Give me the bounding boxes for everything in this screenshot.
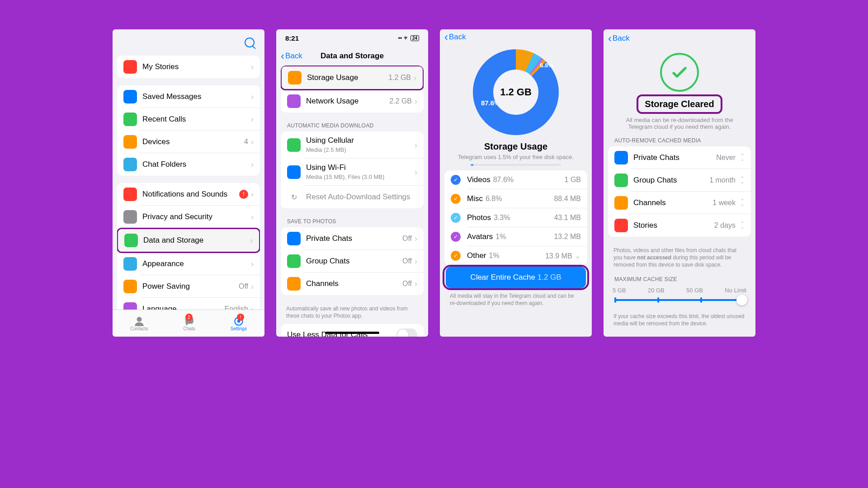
row-label: Appearance [142, 259, 251, 268]
row-size: 13.9 MB ⌄ [545, 251, 581, 261]
tab-contacts[interactable]: Contacts [130, 315, 148, 331]
row-label: Network Usage [306, 97, 389, 106]
row-label: Other1% [467, 251, 545, 260]
row-label: Misc6.8% [467, 194, 554, 203]
home-indicator [325, 332, 379, 334]
storage-item-row[interactable]: ✓Other1%13.9 MB ⌄ [444, 246, 587, 265]
row-icon [123, 280, 137, 293]
row-size: 13.2 MB [554, 233, 581, 241]
slider-tick-label: 50 GB [686, 287, 703, 294]
storage-item-row[interactable]: ✓Videos87.6%1 GB [444, 170, 587, 189]
row-icon [614, 219, 628, 232]
max-cache-slider[interactable]: 5 GB 20 GB 50 GB No Limit [604, 285, 755, 305]
chevron-left-icon: ‹ [444, 32, 448, 42]
row-trail: Off [402, 235, 412, 243]
back-button[interactable]: ‹Back [444, 32, 466, 42]
auto-remove-row[interactable]: Private ChatsNever⌃⌄ [608, 146, 751, 169]
chevron-right-icon: › [251, 92, 254, 102]
footnote: Automatically save all new photos and vi… [276, 302, 428, 324]
settings-row[interactable]: Notifications and Sounds! › [117, 183, 260, 206]
storage-item-row[interactable]: ✓Avatars1%13.2 MB [444, 227, 587, 246]
row-icon [288, 71, 302, 84]
row-label: My Stories [142, 62, 251, 71]
settings-row[interactable]: Privacy and Security › [117, 206, 260, 228]
row-trail: Never⌃⌄ [716, 154, 745, 162]
clear-cache-button[interactable]: Clear Entire Cache 1.2 GB [446, 267, 586, 288]
row-label: Avatars1% [467, 232, 554, 241]
auto-remove-row[interactable]: Channels1 week⌃⌄ [608, 192, 751, 214]
back-button[interactable]: ‹Back [281, 51, 302, 61]
navbar: ‹Back Data and Storage [276, 47, 428, 66]
auto-remove-row[interactable]: Stories2 days⌃⌄ [608, 214, 751, 237]
settings-row[interactable]: Private ChatsOff › [281, 227, 424, 250]
donut-slice-label: 87.6% [481, 99, 500, 107]
row-label: Videos87.6% [467, 175, 565, 184]
settings-row[interactable]: Saved Messages › [117, 85, 260, 108]
updown-icon: ⌃⌄ [740, 222, 745, 229]
settings-row[interactable]: Using Wi-FiMedia (15 MB), Files (3.0 MB)… [281, 159, 424, 186]
settings-row[interactable]: Chat Folders › [117, 153, 260, 176]
back-button[interactable]: ‹Back [608, 33, 630, 44]
donut-slice-label: 6.8% [540, 62, 553, 69]
row-label: Devices [142, 137, 244, 146]
updown-icon: ⌃⌄ [740, 155, 745, 161]
settings-row[interactable]: My Stories › [117, 56, 260, 78]
row-icon [614, 196, 628, 210]
slider-knob[interactable] [736, 295, 747, 305]
row-use-less-data[interactable]: Use Less Data for Calls [281, 324, 424, 337]
navbar: ‹Back [440, 29, 592, 45]
row-icon [287, 232, 301, 245]
storage-item-row[interactable]: ✓Misc6.8%88.4 MB [444, 189, 587, 208]
tab-chats[interactable]: 2 Chats [184, 315, 195, 331]
settings-row[interactable]: Devices4 › [117, 131, 260, 153]
footnote: All media will stay in the Telegram clou… [440, 290, 592, 311]
updown-icon: ⌃⌄ [740, 200, 745, 206]
status-time: 8:21 [285, 34, 299, 42]
search-bar [113, 29, 264, 56]
chevron-right-icon: › [415, 141, 417, 150]
settings-row[interactable]: Recent Calls › [117, 108, 260, 131]
settings-row[interactable]: Appearance › [117, 253, 260, 275]
subtitle: Telegram uses 1.5% of your free disk spa… [440, 154, 592, 160]
tab-settings[interactable]: ! Settings [231, 315, 247, 331]
chevron-right-icon: › [415, 168, 417, 177]
page-title: Storage Usage [440, 141, 592, 152]
settings-row[interactable]: Data and Storage › [118, 229, 259, 252]
search-icon[interactable] [245, 38, 255, 47]
screen-data-storage: 8:21 •• ᯤ 24 ‹Back Data and Storage Stor… [276, 29, 428, 337]
row-icon [123, 60, 137, 74]
footnote: If your cache size exceeds this limit, t… [604, 305, 755, 332]
chevron-right-icon: › [415, 257, 417, 266]
status-right: •• ᯤ 24 [398, 35, 419, 41]
chevron-right-icon: › [251, 115, 254, 124]
reset-icon: ↻ [287, 190, 301, 204]
settings-row[interactable]: Power SavingOff › [117, 275, 260, 298]
chevron-right-icon: › [251, 137, 254, 147]
row-trail: Off [402, 280, 412, 288]
badge: 2 [185, 314, 193, 321]
section-header: AUTOMATIC MEDIA DOWNLOAD [276, 120, 428, 131]
row-trail: Off [239, 282, 248, 291]
settings-row[interactable]: Storage Usage1.2 GB › [282, 66, 423, 89]
row-icon [123, 113, 137, 126]
reset-auto-download[interactable]: ↻Reset Auto-Download Settings [281, 186, 424, 208]
slider-tick-label: 5 GB [613, 287, 626, 294]
storage-item-row[interactable]: ✓Photos3.3%43.1 MB [444, 208, 587, 227]
row-label: Channels [633, 198, 712, 207]
row-size: 1 GB [565, 176, 581, 184]
chevron-right-icon: › [415, 97, 417, 106]
toggle[interactable] [396, 328, 417, 337]
row-trail: Off [402, 257, 412, 265]
settings-row[interactable]: ChannelsOff › [281, 272, 424, 295]
chevron-right-icon: › [250, 236, 253, 245]
chevron-right-icon: › [251, 62, 254, 72]
auto-remove-row[interactable]: Group Chats1 month⌃⌄ [608, 169, 751, 192]
settings-row[interactable]: Using CellularMedia (2.5 MB) › [281, 131, 424, 159]
disk-usage-bar [471, 164, 561, 166]
settings-row[interactable]: Group ChatsOff › [281, 250, 424, 272]
row-label: Reset Auto-Download Settings [306, 192, 417, 202]
chevron-right-icon: › [415, 234, 417, 244]
settings-row[interactable]: Network Usage2.2 GB › [281, 90, 424, 113]
checkmark-icon: ✓ [451, 175, 461, 185]
row-label: Photos3.3% [467, 213, 554, 222]
